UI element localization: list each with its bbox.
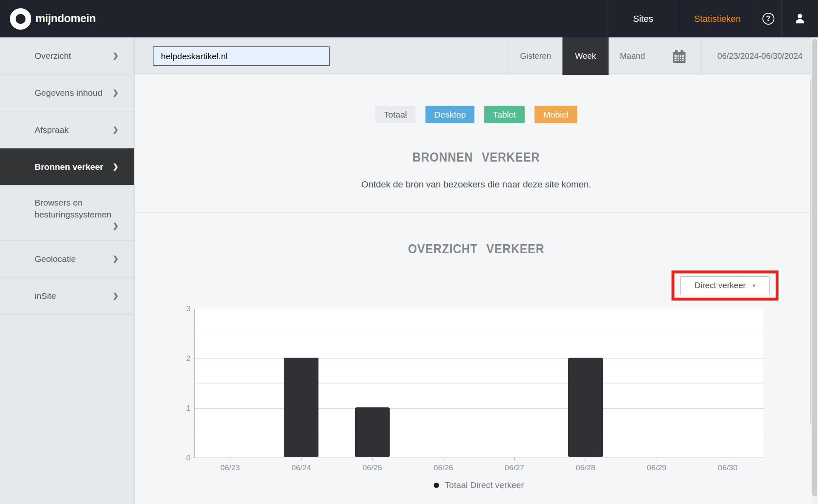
chart-columns: 06/23 06/24 06/25 06: [195, 309, 763, 458]
x-tick-label: 06/24: [291, 463, 311, 472]
x-tick: [728, 458, 728, 461]
period-button-week[interactable]: Week: [562, 37, 609, 75]
nav-statistieken-label: Statistieken: [694, 14, 741, 24]
chevron-right-icon: ❯: [113, 162, 119, 171]
toolbar-spacer: [330, 37, 509, 75]
chevron-right-icon: ❯: [113, 254, 119, 263]
sidebar-item-label: inSite: [35, 291, 56, 301]
top-navigation: mijndomein Sites Statistieken ?: [0, 0, 818, 37]
x-tick: [586, 458, 586, 461]
sidebar-item-insite[interactable]: inSite ❯: [0, 277, 134, 314]
chart-column: 06/28: [550, 309, 621, 458]
sidebar-item-label: Geolocatie: [35, 254, 76, 264]
site-input[interactable]: [153, 46, 330, 66]
chevron-down-icon: ▾: [752, 282, 755, 289]
traffic-source-dropdown[interactable]: Direct verkeer ▾: [680, 276, 770, 295]
sidebar-item-bronnen-verkeer[interactable]: Bronnen verkeer ❯: [0, 148, 134, 185]
bar-06-25[interactable]: [355, 407, 390, 457]
x-tick-label: 06/23: [221, 463, 240, 472]
gisteren-label: Gisteren: [520, 51, 551, 61]
sidebar-item-label: Bronnen verkeer: [35, 162, 103, 172]
device-filter-row: Totaal Desktop Tablet Mobiel: [135, 106, 818, 123]
sidebar-item-label: Browsers en besturingssystemen: [35, 197, 119, 220]
y-tick-label: 1: [186, 404, 191, 413]
chart-column: 06/24: [266, 309, 337, 458]
chevron-right-icon: ❯: [113, 88, 119, 97]
bar-06-24[interactable]: [284, 358, 318, 457]
y-tick-label: 0: [186, 453, 191, 462]
sidebar-item-overzicht[interactable]: Overzicht ❯: [0, 37, 134, 74]
calendar-icon: [672, 49, 687, 64]
chart-title: OVERZICHT VERKEER: [135, 241, 818, 257]
sidebar-item-afspraak[interactable]: Afspraak ❯: [0, 111, 134, 148]
question-mark-icon: ?: [762, 13, 774, 25]
x-tick: [657, 458, 657, 461]
sidebar-item-gegevens-inhoud[interactable]: Gegevens inhoud ❯: [0, 74, 134, 111]
chart-column: 06/23: [195, 309, 266, 458]
sidebar-item-label: Gegevens inhoud: [35, 88, 102, 98]
dropdown-value: Direct verkeer: [695, 281, 746, 290]
chart-column: 06/26: [408, 309, 479, 458]
period-button-maand[interactable]: Maand: [609, 37, 656, 75]
user-icon: [793, 12, 806, 25]
sidebar: Overzicht ❯ Gegevens inhoud ❯ Afspraak ❯…: [0, 37, 135, 504]
legend-label: Totaal Direct verkeer: [445, 480, 524, 490]
sidebar-item-geolocatie[interactable]: Geolocatie ❯: [0, 240, 134, 277]
x-tick: [372, 458, 373, 461]
maand-label: Maand: [620, 51, 645, 61]
filter-totaal-button[interactable]: Totaal: [375, 106, 416, 123]
chevron-right-icon: ❯: [113, 51, 119, 60]
filter-mobiel-button[interactable]: Mobiel: [534, 106, 577, 123]
x-tick-label: 06/27: [505, 463, 525, 472]
x-tick-label: 06/28: [576, 463, 595, 472]
chart-column: 06/27: [479, 309, 550, 458]
sidebar-item-label: Overzicht: [35, 51, 71, 61]
section-divider: [135, 212, 818, 213]
chevron-right-icon: ❯: [113, 125, 119, 134]
calendar-button[interactable]: [656, 37, 702, 75]
x-tick-label: 06/29: [647, 463, 667, 472]
chevron-right-icon: ❯: [113, 291, 119, 300]
x-tick-label: 06/25: [363, 463, 382, 472]
page-scrollbar[interactable]: [811, 37, 818, 504]
y-tick-label: 2: [186, 354, 191, 363]
annotation-highlight-box: Direct verkeer ▾: [672, 270, 778, 301]
sidebar-item-label: Afspraak: [35, 125, 69, 135]
toolbar: Gisteren Week Maand: [135, 37, 818, 75]
date-range-text: 06/23/2024-06/30/2024: [718, 51, 803, 61]
date-range-display[interactable]: 06/23/2024-06/30/2024: [702, 37, 818, 75]
section-subtitle: Ontdek de bron van bezoekers die naar de…: [135, 179, 818, 190]
x-tick: [514, 458, 515, 461]
x-tick: [230, 458, 230, 461]
sidebar-item-browsers-besturingssystemen[interactable]: Browsers en besturingssystemen ❯: [0, 185, 134, 240]
traffic-bar-chart: 3 2 1 0 06/23 06/24: [194, 309, 763, 458]
mijndomein-ring-icon: [10, 8, 31, 30]
account-button[interactable]: [781, 0, 818, 37]
chart-column: 06/25: [337, 309, 408, 458]
x-tick: [444, 458, 444, 461]
y-tick-label: 3: [186, 304, 191, 313]
chart-column: 06/30: [692, 309, 763, 458]
mijndomein-logo[interactable]: mijndomein: [10, 8, 96, 30]
section-title: BRONNEN VERKEER: [135, 150, 818, 165]
chart-legend: Totaal Direct verkeer: [194, 480, 763, 490]
content-area: Totaal Desktop Tablet Mobiel BRONNEN VER…: [135, 75, 818, 504]
nav-item-statistieken[interactable]: Statistieken: [680, 0, 755, 37]
nav-sites-label: Sites: [633, 14, 653, 24]
logo-text: mijndomein: [35, 12, 96, 25]
legend-marker-icon: [434, 483, 439, 488]
filter-desktop-button[interactable]: Desktop: [425, 106, 474, 123]
top-nav-menu: Sites Statistieken ?: [606, 0, 818, 37]
nav-item-sites[interactable]: Sites: [606, 0, 680, 37]
x-tick-label: 06/26: [434, 463, 453, 472]
chevron-right-icon: ❯: [113, 222, 119, 230]
help-button[interactable]: ?: [755, 0, 781, 37]
page-scrollbar-thumb[interactable]: [812, 39, 817, 496]
x-tick-label: 06/30: [718, 463, 738, 472]
week-label: Week: [575, 51, 596, 61]
filter-tablet-button[interactable]: Tablet: [484, 106, 525, 123]
bar-06-28[interactable]: [568, 358, 603, 457]
period-button-gisteren[interactable]: Gisteren: [509, 37, 562, 75]
chart-column: 06/29: [621, 309, 693, 458]
x-tick: [301, 458, 302, 461]
